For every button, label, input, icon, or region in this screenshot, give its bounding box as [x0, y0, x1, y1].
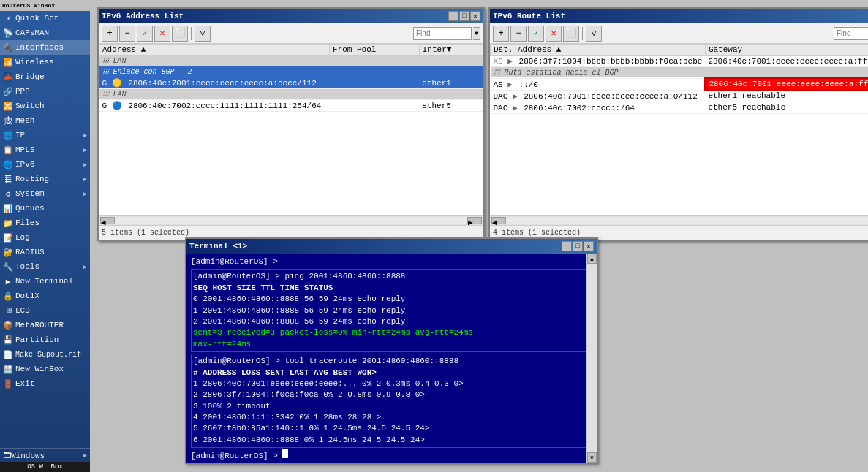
ipv6-route-hscroll[interactable]: ◀ ▶	[490, 215, 868, 225]
ipv6-route-remove-btn[interactable]: −	[510, 26, 527, 42]
terminal-body[interactable]: [admin@RouterOS] > [admin@RouterOS] > pi…	[186, 254, 597, 463]
ipv6-route-paste-btn[interactable]: ⬜	[563, 26, 579, 42]
sidebar-item-ip[interactable]: 🌐 IP ▶	[0, 128, 90, 142]
ipv6-route-add-btn[interactable]: +	[493, 26, 509, 42]
ipv6-route-edit-btn[interactable]: ✓	[528, 26, 544, 42]
ipv6-route-search[interactable]	[834, 27, 868, 40]
sidebar-item-lcd[interactable]: 🖥 LCD	[0, 303, 90, 318]
ipv6-route-col-dst[interactable]: Dst. Address ▲	[491, 45, 706, 56]
ipv6-addr-add-btn[interactable]: +	[102, 26, 118, 42]
ipv6-addr-remove-btn[interactable]: −	[119, 26, 135, 42]
ip-icon: 🌐	[3, 130, 13, 140]
ipv6-addr-minimize[interactable]: _	[448, 11, 458, 21]
ipv6-route-title: IPv6 Route List	[493, 12, 565, 20]
addr-icon-1: 🟡	[112, 79, 122, 88]
sidebar-item-queues[interactable]: 📊 Queues	[0, 201, 90, 216]
hscroll-left[interactable]: ◀	[100, 217, 115, 224]
ipv6-addr-section-lan2-label: ⁝⁝⁝ LAN	[99, 89, 483, 100]
ipv6-addr-edit-btn[interactable]: ✓	[137, 26, 153, 42]
ipv6-addr-search[interactable]	[413, 27, 472, 40]
flag-g1: G	[102, 79, 112, 88]
flag-g2: G	[102, 102, 112, 110]
route-hscroll-track[interactable]	[506, 217, 868, 224]
ipv6-route-row-xs[interactable]: XS ▶ 2806:3f7:1004:bbbb:bbbb:bbbb:f0ca:b…	[491, 56, 869, 67]
ipv6-addr-search-dropdown[interactable]: ▼	[473, 27, 480, 40]
ipv6-addr-row-2[interactable]: G 🔵 2806:40c:7002:cccc:1111:1111:1111:25…	[99, 100, 483, 112]
ipv6-addr-col-address[interactable]: Address ▲	[99, 45, 330, 56]
ipv6-route-table-container[interactable]: Dst. Address ▲ Gateway XS ▶ 2806:3f7:100…	[490, 44, 868, 215]
sidebar-item-new-terminal[interactable]: ▶ New Terminal	[0, 274, 90, 289]
sidebar-item-exit[interactable]: 🚪 Exit	[0, 376, 90, 391]
terminal-traceroute-row-2: 2 2806:3f7:1004::f0ca:f0ca 0% 2 0.8ms 0.…	[193, 389, 590, 400]
sidebar-item-new-winbox[interactable]: 🪟 New WinBox	[0, 362, 90, 376]
sidebar-item-make-supout[interactable]: 📄 Make Supout.rif	[0, 347, 90, 362]
ipv6-route-col-gw[interactable]: Gateway	[705, 45, 868, 56]
switch-icon: 🔀	[3, 101, 13, 111]
vscroll-up[interactable]: ▲	[587, 254, 597, 264]
terminal-minimize[interactable]: _	[562, 241, 572, 251]
sidebar-label-ppp: PPP	[15, 87, 30, 96]
sidebar-label-mesh: Mesh	[15, 116, 34, 125]
sidebar-item-mpls[interactable]: 📋 MPLS ▶	[0, 142, 90, 157]
sidebar-sep	[0, 448, 90, 449]
sidebar-item-routing[interactable]: 🛤 Routing ▶	[0, 172, 90, 186]
ipv6-route-row-as[interactable]: AS ▶ ::/0 2806:40c:7001:eeee:eeee:eeee:a…	[491, 78, 869, 90]
sidebar-item-wireless[interactable]: 📶 Wireless	[0, 55, 90, 69]
sidebar-label-system: System	[15, 189, 45, 198]
terminal-ping-row-1: 1 2001:4860:4860::8888 56 59 24ms echo r…	[193, 305, 590, 316]
sidebar-item-metarouter[interactable]: 📦 MetaROUTER	[0, 318, 90, 332]
terminal-vscroll[interactable]: ▲ ▼	[586, 254, 597, 463]
ipv6-addr-row-1[interactable]: G 🟡 2806:40c:7001:eeee:eeee:eeee:a:cccc/…	[99, 77, 483, 89]
ipv6-addr-status: 5 items (1 selected)	[102, 229, 189, 237]
ipv6-addr-col-interface[interactable]: Inter▼	[419, 45, 483, 56]
ipv6-route-toolbar-sep	[582, 27, 583, 40]
ipv6-route-status: 4 items (1 selected)	[493, 229, 581, 237]
sidebar-item-ppp[interactable]: 🔗 PPP	[0, 84, 90, 99]
ipv6-route-filter-btn[interactable]: ▽	[586, 26, 602, 42]
sidebar-item-radius[interactable]: 🔐 RADIUS	[0, 245, 90, 259]
ipv6-addr-row-2-frompool	[330, 100, 420, 112]
vscroll-track[interactable]	[587, 264, 597, 452]
vscroll-down[interactable]: ▼	[587, 452, 597, 463]
sidebar-item-capsman[interactable]: 📡 CAPsMAN	[0, 26, 90, 40]
ipv6-addr-hscroll[interactable]: ◀ ▶	[99, 215, 483, 225]
sidebar-item-system[interactable]: ⚙ System ▶	[0, 186, 90, 201]
sidebar-item-switch[interactable]: 🔀 Switch	[0, 99, 90, 113]
main-area: IPv6 Address List _ □ ✕ + − ✓ ✕ ⬜ ▽ ▼	[90, 0, 868, 472]
terminal-maximize[interactable]: □	[573, 241, 583, 251]
metarouter-icon: 📦	[3, 320, 13, 330]
ipv6-addr-filter-btn[interactable]: ▽	[195, 26, 211, 42]
terminal-traceroute-row-3: 3 100% 2 timeout	[193, 401, 590, 412]
route-icon-dac1: ▶	[513, 92, 518, 101]
log-icon: 📝	[3, 232, 13, 243]
terminal-prompt-text: [admin@RouterOS] >	[191, 452, 282, 460]
sidebar-item-dot1x[interactable]: 🔒 Dot1X	[0, 289, 90, 303]
sidebar-item-bridge[interactable]: 🌉 Bridge	[0, 69, 90, 84]
sidebar-item-tools[interactable]: 🔧 Tools ▶	[0, 259, 90, 274]
sidebar-item-interfaces[interactable]: 🔌 Interfaces	[0, 40, 90, 55]
sidebar-windows[interactable]: 🗔 Windows ▶	[0, 449, 90, 462]
sidebar-item-log[interactable]: 📝 Log	[0, 230, 90, 245]
ipv6-addr-copy-btn[interactable]: ✕	[154, 26, 170, 42]
terminal-close[interactable]: ✕	[584, 241, 594, 251]
ipv6-addr-table-container[interactable]: Address ▲ From Pool Inter▼ ⁝⁝⁝ LAN ⁝⁝⁝ E…	[99, 44, 483, 215]
ipv6-addr-paste-btn[interactable]: ⬜	[172, 26, 188, 42]
sidebar-item-partition[interactable]: 💾 Partition	[0, 332, 90, 347]
ipv6-route-row-dac1[interactable]: DAC ▶ 2806:40c:7001:eeee:eeee:eeee:a:0/1…	[491, 90, 869, 102]
ipv6-route-copy-btn[interactable]: ✕	[546, 26, 562, 42]
sidebar-item-mesh[interactable]: 🕸 Mesh	[0, 113, 90, 128]
ipv6-addr-section-bgp[interactable]: ⁝⁝⁝ Enlace con BGP - 2	[99, 66, 483, 77]
route-hscroll-left[interactable]: ◀	[491, 217, 506, 224]
sidebar-item-quickset[interactable]: ⚡ Quick Set	[0, 11, 90, 26]
ipv6-addr-col-frompool[interactable]: From Pool	[330, 45, 420, 56]
hscroll-right[interactable]: ▶	[467, 217, 482, 224]
partition-icon: 💾	[3, 335, 13, 345]
ipv6-addr-close[interactable]: ✕	[470, 11, 480, 21]
sidebar-item-files[interactable]: 📁 Files	[0, 216, 90, 230]
ipv6-route-row-dac2[interactable]: DAC ▶ 2806:40c:7002:cccc::/64 ether5 rea…	[491, 102, 869, 113]
hscroll-track[interactable]	[115, 217, 467, 224]
sidebar-item-ipv6[interactable]: 🌐 IPv6 ▶	[0, 157, 90, 172]
ipv6-addr-maximize[interactable]: □	[459, 11, 469, 21]
ipv6-addr-section-lan1: ⁝⁝⁝ LAN	[99, 56, 483, 66]
sidebar-label-bridge: Bridge	[15, 72, 45, 81]
